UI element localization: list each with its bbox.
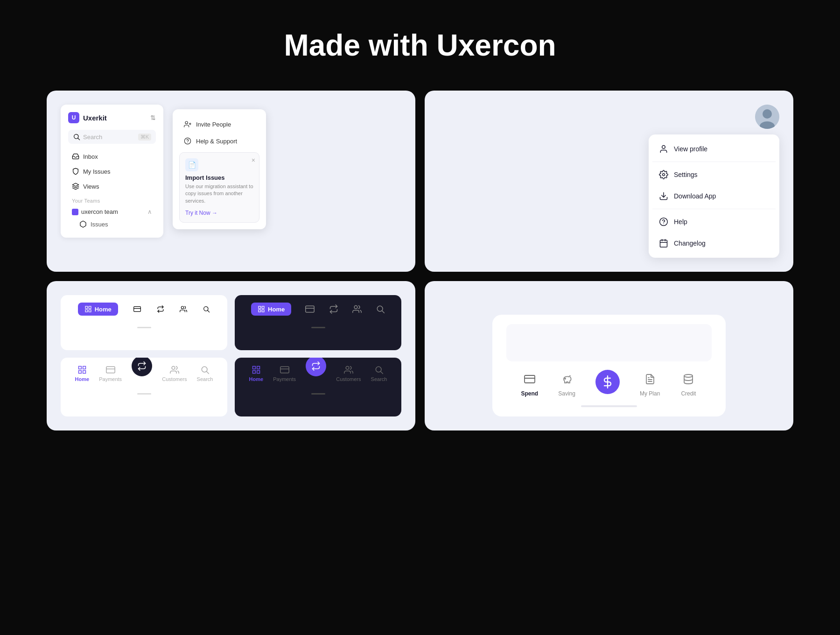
dropdown-item-help[interactable]: Help & Support: [179, 133, 259, 149]
svg-rect-16: [660, 240, 667, 247]
nav-tab-users-light[interactable]: [180, 305, 187, 313]
svg-rect-33: [306, 306, 314, 312]
fab-button-light[interactable]: [132, 358, 152, 376]
help-support-label: Help & Support: [196, 138, 237, 145]
nav-indicator-light: [137, 327, 151, 328]
profile-menu-view-profile[interactable]: View profile: [652, 138, 776, 160]
app-name: Uxerkit: [83, 114, 107, 122]
nav-tab-card-light[interactable]: [133, 305, 141, 313]
profile-menu-settings[interactable]: Settings: [652, 164, 776, 185]
dropdown-item-invite[interactable]: Invite People: [179, 116, 259, 133]
sidebar-logo: U Uxerkit: [68, 112, 107, 123]
import-link[interactable]: Try it Now →: [185, 210, 217, 216]
nav-indicator-dark: [311, 327, 325, 328]
panel-sidebar: U Uxerkit ⇅ Search ⌘K Inbox My Issues Vi…: [47, 91, 415, 272]
inbox-label: Inbox: [83, 153, 98, 160]
search-bar[interactable]: Search ⌘K: [68, 130, 156, 144]
nav-bar-dark-simple-inner: Home: [235, 295, 401, 323]
finance-tab-myplan[interactable]: My Plan: [640, 371, 660, 397]
nav-tab-fab-light[interactable]: [132, 366, 152, 376]
sidebar-item-views[interactable]: Views: [68, 179, 156, 193]
menu-divider-2: [652, 209, 776, 209]
nav-tab-users-dark[interactable]: [352, 304, 362, 314]
payments-label-ll: Payments: [99, 376, 122, 382]
home-grid-icon-dark: [258, 305, 265, 313]
svg-rect-24: [134, 307, 141, 312]
nav-tab-fab-dark[interactable]: [306, 366, 326, 376]
search-shortcut: ⌘K: [138, 134, 151, 141]
invite-label: Invite People: [196, 121, 231, 128]
avatar: [755, 105, 779, 129]
changelog-icon: [659, 239, 668, 248]
panel-finance: Spend Saving: [425, 281, 793, 430]
nav-tab-card-dark[interactable]: [305, 304, 315, 314]
svg-line-37: [382, 311, 385, 313]
profile-menu-help[interactable]: Help: [652, 211, 776, 233]
svg-marker-2: [72, 183, 78, 186]
transfer-icon-light: [157, 305, 164, 313]
svg-point-44: [172, 367, 175, 370]
saving-icon: [559, 371, 575, 388]
svg-line-28: [208, 310, 210, 312]
nav-tab-home-dark[interactable]: Home: [251, 303, 291, 316]
import-close-icon[interactable]: ×: [252, 156, 255, 164]
svg-rect-41: [83, 371, 85, 374]
fab-button-dark[interactable]: [306, 358, 326, 376]
finance-tab-spend[interactable]: Spend: [521, 371, 539, 397]
svg-point-62: [684, 374, 693, 377]
nav-indicator-light-labeled: [137, 393, 151, 395]
svg-rect-22: [85, 310, 88, 312]
profile-menu-download-app[interactable]: Download App: [652, 185, 776, 207]
sidebar-item-my-issues[interactable]: My Issues: [68, 164, 156, 178]
customers-label-ll: Customers: [162, 376, 187, 382]
issues-label: Issues: [91, 221, 108, 228]
svg-rect-38: [78, 367, 81, 369]
user-icon: [659, 144, 668, 154]
nav-tab-transfer-dark[interactable]: [329, 304, 338, 314]
svg-rect-56: [525, 375, 535, 383]
nav-tab-home-light-labeled[interactable]: Home: [75, 365, 90, 382]
nav-tab-payments-light[interactable]: Payments: [99, 365, 122, 382]
nav-bar-light-simple: Home: [61, 295, 227, 350]
credit-label: Credit: [681, 390, 696, 397]
home-icon-ll: [77, 365, 87, 374]
layers-icon: [72, 183, 79, 190]
saving-label: Saving: [558, 390, 575, 397]
spend-label: Spend: [521, 390, 539, 397]
search-icon-dl: [374, 365, 384, 374]
nav-tab-home-dark-labeled[interactable]: Home: [249, 365, 264, 382]
finance-tab-credit[interactable]: Credit: [680, 371, 697, 397]
nav-tab-home-light[interactable]: Home: [78, 303, 118, 316]
transfer-icon-dark: [329, 304, 338, 314]
users-icon-dark: [352, 304, 362, 314]
page-title: Made with Uxercon: [284, 28, 556, 63]
nav-tab-payments-dark[interactable]: Payments: [273, 365, 296, 382]
nav-tab-search-light[interactable]: [203, 305, 210, 313]
nav-tab-transfer-light[interactable]: [157, 305, 164, 313]
nav-bar-light-labeled-inner: Home Payments Customers: [61, 358, 227, 389]
home-label-dl: Home: [249, 376, 264, 382]
home-label-ll: Home: [75, 376, 90, 382]
panel-profile: View profile Settings Download App Help …: [425, 91, 793, 272]
nav-tab-search-dark[interactable]: [376, 304, 385, 314]
nav-tab-customers-dark[interactable]: Customers: [336, 365, 361, 382]
finance-tab-saving[interactable]: Saving: [558, 371, 575, 397]
chevron-updown-icon[interactable]: ⇅: [150, 114, 156, 121]
nav-tab-search-light-labeled[interactable]: Search: [197, 365, 213, 382]
sidebar-sub-issues[interactable]: Issues: [68, 218, 156, 230]
finance-tab-center[interactable]: [595, 374, 620, 394]
box-icon: [79, 220, 87, 228]
home-icon-dl: [252, 365, 261, 374]
svg-rect-21: [89, 306, 91, 309]
svg-point-6: [184, 138, 190, 144]
svg-rect-30: [262, 306, 264, 309]
import-title: Import Issues: [185, 174, 253, 181]
svg-point-35: [354, 306, 357, 309]
team-item[interactable]: uxercon team ∧: [68, 205, 156, 218]
profile-menu-changelog[interactable]: Changelog: [652, 233, 776, 254]
nav-bar-dark-simple: Home: [235, 295, 401, 350]
sidebar-item-inbox[interactable]: Inbox: [68, 149, 156, 163]
nav-tab-search-dark-labeled[interactable]: Search: [371, 365, 387, 382]
help-label: Help: [674, 218, 687, 226]
nav-tab-customers-light[interactable]: Customers: [162, 365, 187, 382]
